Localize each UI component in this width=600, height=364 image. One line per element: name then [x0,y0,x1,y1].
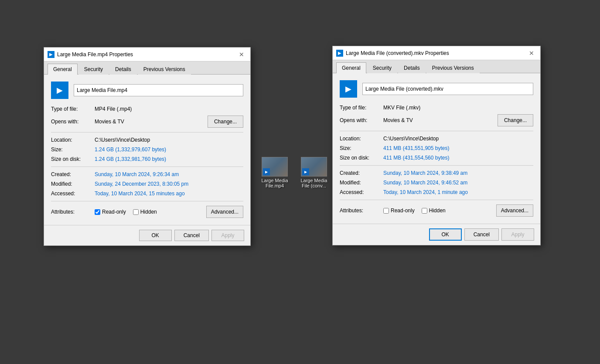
mp4-location-label: Location: [51,137,95,143]
mp4-file-icon: ▶ [51,82,68,99]
mkv-location-row: Location: C:\Users\Vince\Desktop [340,136,533,142]
mkv-readonly-checkbox[interactable] [383,208,389,214]
mkv-advanced-button[interactable]: Advanced... [496,204,533,217]
mkv-location-value: C:\Users\Vince\Desktop [383,136,439,142]
mp4-created-row: Created: Sunday, 10 March 2024, 9:26:34 … [51,171,243,177]
dialog-mp4-titlebar: ▶ Large Media File.mp4 Properties ✕ [44,48,250,61]
mkv-change-button[interactable]: Change... [498,114,533,126]
mp4-size-label: Size: [51,146,95,153]
dialog-mkv-close[interactable]: ✕ [526,48,537,58]
desktop-icons: ▶ Large Media File.mp4 ▶ Large Media Fil… [257,157,331,188]
mkv-size-disk-value: 411 MB (431,554,560 bytes) [383,155,449,161]
mp4-opens-label: Opens with: [51,119,95,125]
mkv-apply-button[interactable]: Apply [501,228,534,241]
mkv-size-value: 411 MB (431,551,905 bytes) [383,145,449,151]
mkv-sep2 [340,165,533,166]
mp4-readonly-checkbox[interactable] [95,209,100,215]
mkv-sep1 [340,131,533,131]
dialog-mp4-title: Large Media File.mp4 Properties [57,51,236,58]
dialog-mp4-content: ▶ Type of file: MP4 File (.mp4) Opens wi… [44,75,250,225]
mp4-sep3 [51,201,243,201]
dialog-mp4-footer: OK Cancel Apply [44,225,250,245]
mp4-size-disk-value: 1.24 GB (1,332,981,760 bytes) [95,156,166,162]
mkv-attributes-label: Attributes: [340,208,383,214]
tab-mkv-general[interactable]: General [336,62,366,73]
mp4-modified-row: Modified: Sunday, 24 December 2023, 8:30… [51,181,243,187]
mp4-opens-row: Opens with: Movies & TV Change... [51,116,243,128]
mkv-size-row: Size: 411 MB (431,551,905 bytes) [340,145,533,151]
mkv-icon-label: Large Media File (conv... [297,178,331,188]
mkv-accessed-row: Accessed: Today, 10 March 2024, 1 minute… [340,189,533,195]
mkv-size-label: Size: [340,145,383,151]
mp4-type-label: Type of file: [51,106,95,112]
mp4-modified-value: Sunday, 24 December 2023, 8:30:05 pm [95,181,188,187]
mp4-cancel-button[interactable]: Cancel [174,230,209,241]
dialog-mp4-close[interactable]: ✕ [236,49,247,60]
mkv-attributes-row: Attributes: Read-only Hidden Advanced... [340,204,533,217]
tab-mkv-details[interactable]: Details [398,62,426,73]
mp4-readonly-checkbox-item[interactable]: Read-only [95,209,126,215]
mkv-filename-input[interactable] [362,83,533,95]
tab-mp4-details[interactable]: Details [109,64,137,75]
dialog-mkv-content: ▶ Type of file: MKV File (.mkv) Opens wi… [333,73,540,224]
tab-mkv-previous-versions[interactable]: Previous Versions [426,62,480,73]
mkv-accessed-label: Accessed: [340,189,383,195]
mkv-readonly-checkbox-item[interactable]: Read-only [383,208,415,214]
mp4-filename-input[interactable] [74,84,243,96]
mkv-size-disk-row: Size on disk: 411 MB (431,554,560 bytes) [340,155,533,161]
mkv-hidden-checkbox[interactable] [422,208,427,214]
mkv-modified-label: Modified: [340,180,383,186]
mp4-size-value: 1.24 GB (1,332,979,607 bytes) [95,146,166,153]
tab-mp4-previous-versions[interactable]: Previous Versions [138,64,191,75]
mkv-hidden-checkbox-item[interactable]: Hidden [422,208,446,214]
mp4-created-value: Sunday, 10 March 2024, 9:26:34 am [95,171,179,177]
mp4-size-disk-row: Size on disk: 1.24 GB (1,332,981,760 byt… [51,156,243,162]
mp4-hidden-label: Hidden [140,209,157,215]
mkv-created-label: Created: [340,170,383,176]
mkv-type-row: Type of file: MKV File (.mkv) [340,105,533,111]
dialog-mkv-footer: OK Cancel Apply [333,224,540,245]
mp4-opens-value: Movies & TV [95,119,208,125]
dialog-mp4-icon: ▶ [48,51,55,58]
dialog-mkv: ▶ Large Media File (converted).mkv Prope… [332,46,541,245]
mkv-accessed-value: Today, 10 March 2024, 1 minute ago [383,189,468,195]
dialog-mp4-tabs: General Security Details Previous Versio… [44,61,250,75]
mkv-cancel-button[interactable]: Cancel [464,228,499,241]
mp4-sep1 [51,132,243,133]
mp4-modified-label: Modified: [51,181,95,187]
mp4-created-label: Created: [51,171,95,177]
mp4-location-row: Location: C:\Users\Vince\Desktop [51,137,243,143]
mp4-attributes-label: Attributes: [51,209,95,215]
mkv-file-header: ▶ [340,80,533,98]
mkv-opens-label: Opens with: [340,117,383,123]
mp4-apply-button[interactable]: Apply [211,230,244,241]
mkv-file-icon: ▶ [340,80,357,98]
mp4-checkboxes: Read-only Hidden [95,209,206,215]
mkv-checkboxes: Read-only Hidden [383,208,496,214]
mkv-opens-value: Movies & TV [383,117,498,123]
mp4-hidden-checkbox[interactable] [133,209,139,215]
play-overlay-mkv: ▶ [302,168,309,175]
desktop-icon-mp4[interactable]: ▶ Large Media File.mp4 [257,157,292,188]
mp4-change-button[interactable]: Change... [208,116,243,128]
mp4-ok-button[interactable]: OK [139,230,172,241]
mp4-advanced-button[interactable]: Advanced... [206,206,243,218]
mkv-type-label: Type of file: [340,105,383,111]
mkv-ok-button[interactable]: OK [429,228,462,241]
mkv-hidden-label: Hidden [429,208,446,214]
mp4-size-disk-label: Size on disk: [51,156,95,162]
mkv-opens-row: Opens with: Movies & TV Change... [340,114,533,126]
tab-mkv-security[interactable]: Security [367,62,397,73]
desktop-icon-mkv[interactable]: ▶ Large Media File (conv... [297,157,331,188]
dialog-mkv-tabs: General Security Details Previous Versio… [333,60,540,73]
mkv-thumbnail: ▶ [301,157,327,177]
mkv-sep3 [340,200,533,200]
mp4-thumbnail: ▶ [262,157,288,177]
mp4-size-row: Size: 1.24 GB (1,332,979,607 bytes) [51,146,243,153]
tab-mp4-security[interactable]: Security [78,64,109,75]
mkv-location-label: Location: [340,136,383,142]
mp4-type-value: MP4 File (.mp4) [95,106,132,112]
mp4-hidden-checkbox-item[interactable]: Hidden [133,209,157,215]
tab-mp4-general[interactable]: General [48,64,78,75]
mp4-accessed-value: Today, 10 March 2024, 15 minutes ago [95,191,185,197]
